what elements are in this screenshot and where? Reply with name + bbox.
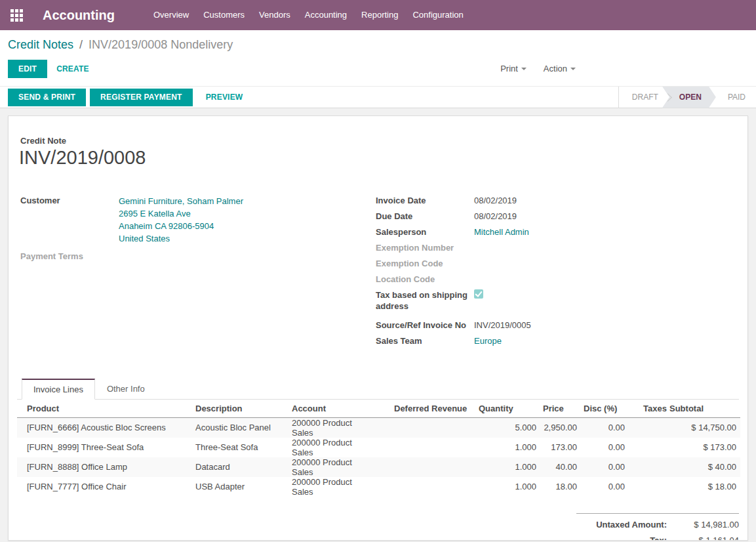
app-title[interactable]: Accounting — [43, 8, 115, 23]
cell-price: 173.00 — [540, 438, 581, 457]
cell-price: 18.00 — [540, 477, 581, 497]
invoice-line-row[interactable]: [FURN_8888] Office Lamp Datacard 200000 … — [17, 457, 740, 477]
cell-deferred — [378, 477, 476, 497]
form-statusbar: SEND & PRINT REGISTER PAYMENT PREVIEW DR… — [0, 86, 756, 108]
invoice-line-row[interactable]: [FURN_6666] Acoustic Bloc Screens Acoust… — [17, 417, 740, 438]
status-draft[interactable]: DRAFT — [622, 87, 669, 108]
menu-customers[interactable]: Customers — [196, 0, 252, 30]
chevron-down-icon — [570, 68, 576, 70]
salesperson-link[interactable]: Mitchell Admin — [474, 226, 529, 238]
cell-product: [FURN_8999] Three-Seat Sofa — [17, 438, 193, 457]
preview-button[interactable]: PREVIEW — [197, 89, 252, 106]
notebook-tabs: Invoice Lines Other Info — [17, 379, 739, 400]
customer-country: United States — [119, 232, 243, 245]
cell-price: 2,950.00 — [540, 417, 581, 438]
customer-city: Anaheim CA 92806-5904 — [119, 220, 243, 232]
cell-account: 200000 Product Sales — [289, 438, 378, 457]
location-code-label: Location Code — [376, 274, 474, 285]
col-header-account: Account — [289, 400, 378, 417]
cell-account: 200000 Product Sales — [289, 417, 378, 438]
chevron-down-icon — [521, 68, 527, 70]
top-navbar: Accounting Overview Customers Vendors Ac… — [0, 0, 756, 30]
cell-description: Acoustic Bloc Panel — [193, 417, 289, 438]
main-menu: Overview Customers Vendors Accounting Re… — [146, 0, 471, 30]
untaxed-amount-value: $ 14,981.00 — [673, 520, 739, 530]
cell-deferred — [378, 417, 476, 438]
menu-overview[interactable]: Overview — [146, 0, 196, 30]
cell-quantity: 1.000 — [476, 438, 540, 457]
col-header-subtotal: Subtotal — [667, 400, 740, 417]
cell-product: [FURN_7777] Office Chair — [17, 477, 193, 497]
col-header-description: Description — [193, 400, 289, 417]
cell-taxes — [629, 438, 667, 457]
create-button[interactable]: CREATE — [47, 60, 98, 78]
cell-taxes — [629, 417, 667, 438]
customer-label: Customer — [20, 195, 119, 245]
menu-vendors[interactable]: Vendors — [252, 0, 298, 30]
exemption-number-label: Exemption Number — [376, 242, 474, 253]
col-header-taxes: Taxes — [629, 400, 667, 417]
status-paid[interactable]: PAID — [717, 87, 756, 108]
status-pipeline: DRAFT OPEN PAID — [618, 87, 756, 108]
send-print-button[interactable]: SEND & PRINT — [8, 89, 86, 106]
cell-quantity: 1.000 — [476, 457, 540, 477]
print-dropdown[interactable]: Print — [500, 60, 527, 78]
cell-description: Datacard — [193, 457, 289, 477]
breadcrumb: Credit Notes / INV/2019/0008 Nondelivery — [8, 37, 748, 52]
col-header-deferred: Deferred Revenue — [378, 400, 476, 417]
document-type-label: Credit Note — [20, 136, 739, 146]
payment-terms-label: Payment Terms — [20, 251, 119, 262]
sales-team-label: Sales Team — [376, 335, 474, 346]
cell-subtotal: $ 173.00 — [667, 438, 740, 457]
col-header-disc: Disc (%) — [581, 400, 629, 417]
menu-configuration[interactable]: Configuration — [405, 0, 470, 30]
cell-quantity: 5.000 — [476, 417, 540, 438]
customer-street: 2695 E Katella Ave — [119, 207, 243, 220]
tab-other-info[interactable]: Other Info — [95, 379, 157, 400]
cell-deferred — [378, 438, 476, 457]
invoice-line-row[interactable]: [FURN_7777] Office Chair USB Adapter 200… — [17, 477, 740, 497]
col-header-quantity: Quantity — [476, 400, 540, 417]
tax-shipping-checkbox[interactable] — [474, 289, 483, 299]
cell-disc: 0.00 — [581, 477, 629, 497]
col-header-price: Price — [540, 400, 581, 417]
register-payment-button[interactable]: REGISTER PAYMENT — [90, 89, 193, 106]
tax-value: $ 1,161.04 — [673, 535, 739, 541]
tax-label: Tax: — [576, 535, 673, 541]
due-date-value: 08/02/2019 — [474, 211, 517, 222]
apps-menu-icon[interactable] — [10, 9, 23, 22]
breadcrumb-parent[interactable]: Credit Notes — [8, 38, 73, 51]
cell-disc: 0.00 — [581, 417, 629, 438]
customer-name: Gemini Furniture, Soham Palmer — [119, 195, 243, 207]
cell-description: USB Adapter — [193, 477, 289, 497]
cell-price: 40.00 — [540, 457, 581, 477]
cell-disc: 0.00 — [581, 457, 629, 477]
cell-quantity: 1.000 — [476, 477, 540, 497]
tab-invoice-lines[interactable]: Invoice Lines — [22, 379, 95, 400]
cell-deferred — [378, 457, 476, 477]
breadcrumb-current: INV/2019/0008 Nondelivery — [89, 38, 233, 51]
invoice-date-label: Invoice Date — [376, 195, 474, 206]
menu-accounting[interactable]: Accounting — [298, 0, 354, 30]
action-dropdown-label: Action — [544, 60, 567, 78]
cell-subtotal: $ 40.00 — [667, 457, 740, 477]
breadcrumb-separator: / — [77, 38, 85, 51]
table-header-row: Product Description Account Deferred Rev… — [17, 400, 740, 417]
action-dropdown[interactable]: Action — [544, 60, 576, 78]
menu-reporting[interactable]: Reporting — [354, 0, 405, 30]
document-number: INV/2019/0008 — [19, 147, 739, 169]
source-invoice-label: Source/Ref Invoice No — [376, 320, 474, 331]
cell-subtotal: $ 18.00 — [667, 477, 740, 497]
source-invoice-value: INV/2019/0005 — [474, 320, 531, 331]
sales-team-link[interactable]: Europe — [474, 335, 502, 346]
document-sheet: Credit Note INV/2019/0008 Customer Gemin… — [8, 115, 748, 541]
exemption-code-label: Exemption Code — [376, 258, 474, 269]
cell-disc: 0.00 — [581, 438, 629, 457]
customer-link[interactable]: Gemini Furniture, Soham Palmer 2695 E Ka… — [119, 195, 243, 245]
edit-button[interactable]: EDIT — [8, 60, 47, 78]
due-date-label: Due Date — [376, 211, 474, 222]
invoice-line-row[interactable]: [FURN_8999] Three-Seat Sofa Three-Seat S… — [17, 438, 740, 457]
cell-taxes — [629, 457, 667, 477]
cell-description: Three-Seat Sofa — [193, 438, 289, 457]
col-header-product: Product — [17, 400, 193, 417]
